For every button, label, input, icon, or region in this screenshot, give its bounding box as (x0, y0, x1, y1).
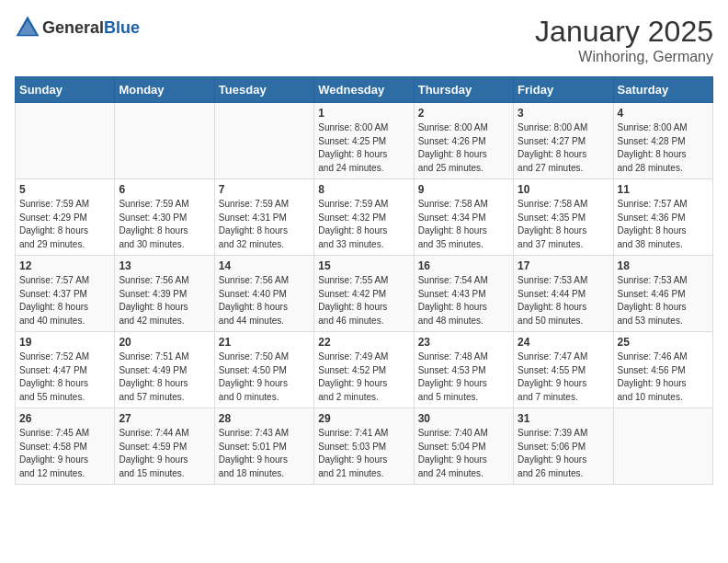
page-header: GeneralBlue January 2025 Winhoring, Germ… (15, 15, 713, 65)
day-number: 11 (618, 183, 709, 196)
day-number: 1 (318, 107, 409, 120)
calendar-day-cell (613, 408, 712, 485)
day-info: Sunrise: 7:41 AM Sunset: 5:03 PM Dayligh… (318, 427, 409, 480)
day-number: 21 (219, 336, 310, 349)
calendar-week-row: 12Sunrise: 7:57 AM Sunset: 4:37 PM Dayli… (16, 256, 713, 332)
title-section: January 2025 Winhoring, Germany (535, 15, 713, 65)
day-number: 5 (19, 183, 110, 196)
day-number: 6 (119, 183, 210, 196)
day-number: 4 (618, 107, 709, 120)
logo: GeneralBlue (15, 15, 140, 40)
day-number: 31 (518, 412, 609, 425)
calendar-day-cell (115, 103, 214, 179)
day-number: 20 (119, 336, 210, 349)
day-number: 9 (418, 183, 509, 196)
calendar-day-cell: 2Sunrise: 8:00 AM Sunset: 4:26 PM Daylig… (414, 103, 513, 179)
day-info: Sunrise: 7:54 AM Sunset: 4:43 PM Dayligh… (418, 274, 509, 327)
day-info: Sunrise: 7:43 AM Sunset: 5:01 PM Dayligh… (219, 427, 310, 480)
day-info: Sunrise: 7:45 AM Sunset: 4:58 PM Dayligh… (19, 427, 110, 480)
day-info: Sunrise: 7:59 AM Sunset: 4:31 PM Dayligh… (219, 198, 310, 251)
day-info: Sunrise: 7:57 AM Sunset: 4:36 PM Dayligh… (618, 198, 709, 251)
day-number: 28 (219, 412, 310, 425)
day-number: 14 (219, 259, 310, 272)
day-info: Sunrise: 7:44 AM Sunset: 4:59 PM Dayligh… (119, 427, 210, 480)
logo-general: General (42, 18, 104, 37)
calendar-day-cell: 30Sunrise: 7:40 AM Sunset: 5:04 PM Dayli… (414, 408, 513, 485)
calendar-day-cell: 28Sunrise: 7:43 AM Sunset: 5:01 PM Dayli… (214, 408, 313, 485)
calendar-day-cell: 21Sunrise: 7:50 AM Sunset: 4:50 PM Dayli… (214, 332, 313, 408)
day-info: Sunrise: 7:58 AM Sunset: 4:34 PM Dayligh… (418, 198, 509, 251)
day-number: 13 (119, 259, 210, 272)
day-number: 25 (618, 336, 709, 349)
calendar-day-cell: 29Sunrise: 7:41 AM Sunset: 5:03 PM Dayli… (314, 408, 414, 485)
day-number: 3 (518, 107, 609, 120)
calendar-day-cell: 8Sunrise: 7:59 AM Sunset: 4:32 PM Daylig… (314, 179, 414, 256)
day-info: Sunrise: 8:00 AM Sunset: 4:26 PM Dayligh… (418, 121, 509, 175)
calendar-day-cell: 17Sunrise: 7:53 AM Sunset: 4:44 PM Dayli… (514, 256, 613, 332)
day-info: Sunrise: 7:48 AM Sunset: 4:53 PM Dayligh… (418, 350, 509, 404)
day-info: Sunrise: 8:00 AM Sunset: 4:25 PM Dayligh… (318, 121, 409, 175)
day-number: 30 (418, 412, 509, 425)
calendar-day-cell: 24Sunrise: 7:47 AM Sunset: 4:55 PM Dayli… (514, 332, 613, 408)
weekday-header: Wednesday (314, 77, 414, 103)
calendar-day-cell (214, 103, 313, 179)
calendar-day-cell: 1Sunrise: 8:00 AM Sunset: 4:25 PM Daylig… (314, 103, 414, 179)
day-info: Sunrise: 8:00 AM Sunset: 4:28 PM Dayligh… (618, 121, 709, 175)
calendar-day-cell: 31Sunrise: 7:39 AM Sunset: 5:06 PM Dayli… (514, 408, 613, 485)
day-number: 19 (19, 336, 110, 349)
calendar-day-cell: 16Sunrise: 7:54 AM Sunset: 4:43 PM Dayli… (414, 256, 513, 332)
day-info: Sunrise: 8:00 AM Sunset: 4:27 PM Dayligh… (518, 121, 609, 175)
calendar-week-row: 1Sunrise: 8:00 AM Sunset: 4:25 PM Daylig… (16, 103, 713, 179)
day-number: 26 (19, 412, 110, 425)
day-info: Sunrise: 7:53 AM Sunset: 4:46 PM Dayligh… (618, 274, 709, 327)
weekday-header-row: SundayMondayTuesdayWednesdayThursdayFrid… (16, 77, 713, 103)
month-title: January 2025 (535, 15, 713, 49)
day-info: Sunrise: 7:59 AM Sunset: 4:32 PM Dayligh… (318, 198, 409, 251)
day-info: Sunrise: 7:53 AM Sunset: 4:44 PM Dayligh… (518, 274, 609, 327)
day-number: 15 (318, 259, 409, 272)
day-info: Sunrise: 7:46 AM Sunset: 4:56 PM Dayligh… (618, 350, 709, 404)
day-number: 16 (418, 259, 509, 272)
calendar-day-cell: 7Sunrise: 7:59 AM Sunset: 4:31 PM Daylig… (214, 179, 313, 256)
calendar-day-cell: 3Sunrise: 8:00 AM Sunset: 4:27 PM Daylig… (514, 103, 613, 179)
calendar-day-cell: 22Sunrise: 7:49 AM Sunset: 4:52 PM Dayli… (314, 332, 414, 408)
day-info: Sunrise: 7:55 AM Sunset: 4:42 PM Dayligh… (318, 274, 409, 327)
calendar-week-row: 19Sunrise: 7:52 AM Sunset: 4:47 PM Dayli… (16, 332, 713, 408)
location-title: Winhoring, Germany (535, 49, 713, 65)
calendar-day-cell (16, 103, 115, 179)
day-info: Sunrise: 7:59 AM Sunset: 4:30 PM Dayligh… (119, 198, 210, 251)
day-number: 24 (518, 336, 609, 349)
day-number: 7 (219, 183, 310, 196)
weekday-header: Friday (514, 77, 613, 103)
day-number: 29 (318, 412, 409, 425)
calendar-day-cell: 26Sunrise: 7:45 AM Sunset: 4:58 PM Dayli… (16, 408, 115, 485)
day-number: 18 (618, 259, 709, 272)
day-info: Sunrise: 7:51 AM Sunset: 4:49 PM Dayligh… (119, 350, 210, 404)
calendar-day-cell: 11Sunrise: 7:57 AM Sunset: 4:36 PM Dayli… (613, 179, 712, 256)
weekday-header: Monday (115, 77, 214, 103)
day-info: Sunrise: 7:52 AM Sunset: 4:47 PM Dayligh… (19, 350, 110, 404)
logo-blue: Blue (104, 18, 140, 37)
day-number: 2 (418, 107, 509, 120)
calendar-day-cell: 13Sunrise: 7:56 AM Sunset: 4:39 PM Dayli… (115, 256, 214, 332)
day-info: Sunrise: 7:50 AM Sunset: 4:50 PM Dayligh… (219, 350, 310, 404)
day-number: 12 (19, 259, 110, 272)
day-number: 10 (518, 183, 609, 196)
logo-icon (15, 15, 40, 40)
weekday-header: Thursday (414, 77, 513, 103)
day-info: Sunrise: 7:39 AM Sunset: 5:06 PM Dayligh… (518, 427, 609, 480)
weekday-header: Saturday (613, 77, 712, 103)
day-info: Sunrise: 7:57 AM Sunset: 4:37 PM Dayligh… (19, 274, 110, 327)
day-info: Sunrise: 7:47 AM Sunset: 4:55 PM Dayligh… (518, 350, 609, 404)
calendar-day-cell: 23Sunrise: 7:48 AM Sunset: 4:53 PM Dayli… (414, 332, 513, 408)
calendar-day-cell: 19Sunrise: 7:52 AM Sunset: 4:47 PM Dayli… (16, 332, 115, 408)
calendar-day-cell: 6Sunrise: 7:59 AM Sunset: 4:30 PM Daylig… (115, 179, 214, 256)
day-number: 17 (518, 259, 609, 272)
calendar-day-cell: 14Sunrise: 7:56 AM Sunset: 4:40 PM Dayli… (214, 256, 313, 332)
day-info: Sunrise: 7:56 AM Sunset: 4:40 PM Dayligh… (219, 274, 310, 327)
day-info: Sunrise: 7:56 AM Sunset: 4:39 PM Dayligh… (119, 274, 210, 327)
day-info: Sunrise: 7:59 AM Sunset: 4:29 PM Dayligh… (19, 198, 110, 251)
weekday-header: Tuesday (214, 77, 313, 103)
calendar-day-cell: 5Sunrise: 7:59 AM Sunset: 4:29 PM Daylig… (16, 179, 115, 256)
day-number: 23 (418, 336, 509, 349)
